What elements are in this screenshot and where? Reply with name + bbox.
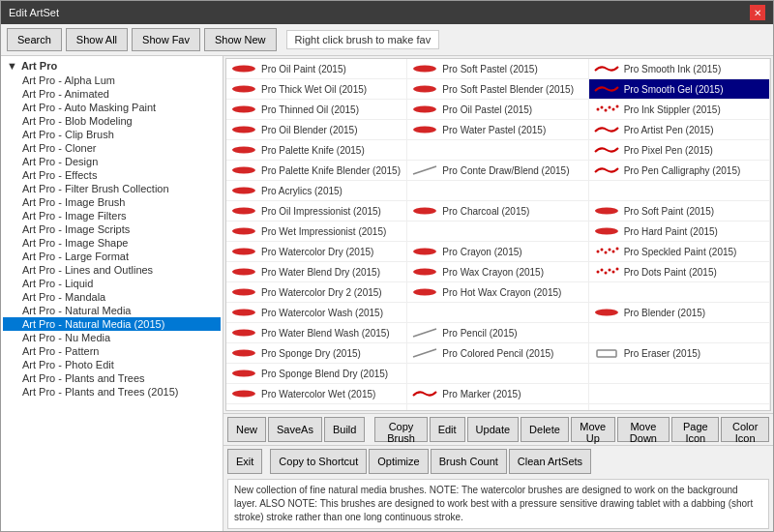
brush-cell-8-2[interactable]: Pro Hard Paint (2015) [589, 222, 770, 241]
svg-point-39 [413, 289, 436, 296]
brush-count-button[interactable]: Brush Count [431, 449, 507, 474]
clean-artsets-button[interactable]: Clean ArtSets [509, 449, 591, 474]
brush-cell-3-1[interactable]: Pro Water Pastel (2015) [407, 120, 588, 139]
brush-cell-10-0[interactable]: Pro Water Blend Dry (2015) [226, 262, 407, 281]
move-up-button[interactable]: Move Up [571, 417, 615, 442]
sidebar-item-9[interactable]: Art Pro - Image Brush [3, 195, 221, 209]
show-fav-button[interactable]: Show Fav [132, 28, 200, 51]
svg-point-19 [595, 208, 618, 215]
brush-cell-15-0[interactable]: Pro Sponge Blend Dry (2015) [226, 364, 407, 383]
brush-cell-0-0[interactable]: Pro Oil Paint (2015) [226, 59, 407, 78]
new-button[interactable]: New [227, 417, 266, 442]
sidebar-item-20[interactable]: Art Pro - Pattern [3, 344, 221, 358]
brush-cell-1-2[interactable]: Pro Smooth Gel (2015) [589, 79, 770, 99]
save-as-button[interactable]: SaveAs [268, 417, 322, 442]
brush-icon-15-0 [230, 367, 257, 380]
sidebar-item-8[interactable]: Art Pro - Filter Brush Collection [3, 182, 221, 195]
show-new-button[interactable]: Show New [204, 28, 277, 51]
brush-cell-1-0[interactable]: Pro Thick Wet Oil (2015) [226, 79, 407, 99]
brush-cell-11-0[interactable]: Pro Watercolor Dry 2 (2015) [226, 282, 407, 302]
delete-button[interactable]: Delete [521, 417, 569, 442]
svg-point-41 [595, 310, 618, 316]
brush-cell-7-1[interactable]: Pro Charcoal (2015) [407, 201, 588, 221]
brush-cell-11-1[interactable]: Pro Hot Wax Crayon (2015) [407, 282, 588, 302]
brush-label-1-1: Pro Soft Pastel Blender (2015) [442, 84, 574, 95]
brush-cell-8-0[interactable]: Pro Wet Impressionist (2015) [226, 222, 407, 241]
brush-cell-13-1[interactable]: Pro Pencil (2015) [407, 323, 588, 342]
build-button[interactable]: Build [324, 417, 365, 442]
brush-cell-14-0[interactable]: Pro Sponge Dry (2015) [226, 343, 407, 363]
brush-cell-9-1[interactable]: Pro Crayon (2015) [407, 242, 588, 261]
brush-cell-0-1[interactable]: Pro Soft Pastel (2015) [407, 59, 588, 78]
sidebar-item-22[interactable]: Art Pro - Plants and Trees [3, 371, 221, 385]
sidebar-item-11[interactable]: Art Pro - Image Scripts [3, 222, 221, 236]
brush-cell-13-0[interactable]: Pro Water Blend Wash (2015) [226, 323, 407, 342]
sidebar-item-5[interactable]: Art Pro - Cloner [3, 141, 221, 155]
sidebar-item-15[interactable]: Art Pro - Liquid [3, 277, 221, 290]
brush-cell-6-0[interactable]: Pro Acrylics (2015) [226, 181, 407, 200]
sidebar-item-17[interactable]: Art Pro - Natural Media [3, 304, 221, 317]
brush-icon-11-1 [411, 285, 438, 299]
brush-panel: Pro Oil Paint (2015)Pro Soft Pastel (201… [223, 56, 773, 531]
copy-to-shortcut-button[interactable]: Copy to Shortcut [270, 449, 367, 474]
sidebar-item-23[interactable]: Art Pro - Plants and Trees (2015) [3, 385, 221, 399]
sidebar-item-1[interactable]: Art Pro - Animated [3, 87, 221, 101]
brush-cell-9-0[interactable]: Pro Watercolor Dry (2015) [226, 242, 407, 261]
brush-cell-12-0[interactable]: Pro Watercolor Wash (2015) [226, 303, 407, 322]
brush-cell-2-0[interactable]: Pro Thinned Oil (2015) [226, 100, 407, 119]
brush-cell-1-1[interactable]: Pro Soft Pastel Blender (2015) [407, 79, 588, 99]
brush-cell-7-2[interactable]: Pro Soft Paint (2015) [589, 201, 770, 221]
brush-cell-10-1[interactable]: Pro Wax Crayon (2015) [407, 262, 588, 281]
sidebar-item-13[interactable]: Art Pro - Large Format [3, 250, 221, 263]
move-down-button[interactable]: Move Down [617, 417, 670, 442]
brush-cell-12-2[interactable]: Pro Blender (2015) [589, 303, 770, 322]
sidebar-item-0[interactable]: Art Pro - Alpha Lum [3, 74, 221, 87]
sidebar-item-10[interactable]: Art Pro - Image Filters [3, 209, 221, 222]
brush-cell-16-1[interactable]: Pro Marker (2015) [407, 384, 588, 403]
brush-cell-9-2[interactable]: Pro Speckled Paint (2015) [589, 242, 770, 261]
sidebar-item-19[interactable]: Art Pro - Nu Media [3, 331, 221, 344]
brush-cell-3-0[interactable]: Pro Oil Blender (2015) [226, 120, 407, 139]
sidebar-item-12[interactable]: Art Pro - Image Shape [3, 236, 221, 250]
sidebar-item-2[interactable]: Art Pro - Auto Masking Paint [3, 101, 221, 114]
edit-button[interactable]: Edit [430, 417, 465, 442]
brush-cell-4-0[interactable]: Pro Palette Knife (2015) [226, 140, 407, 160]
brush-cell-17-0[interactable]: Pro Water Blend Wet (2015) [226, 404, 407, 411]
brush-cell-5-0[interactable]: Pro Palette Knife Blender (2015) [226, 161, 407, 180]
sidebar: ▼ Art Pro Art Pro - Alpha LumArt Pro - A… [1, 56, 223, 531]
brush-cell-2-2[interactable]: Pro Ink Stippler (2015) [589, 100, 770, 119]
brush-cell-4-2[interactable]: Pro Pixel Pen (2015) [589, 140, 770, 160]
brush-cell-7-0[interactable]: Pro Oil Impressionist (2015) [226, 201, 407, 221]
brush-cell-12-1 [407, 303, 588, 322]
brush-cell-3-2[interactable]: Pro Artist Pen (2015) [589, 120, 770, 139]
brush-cell-2-1[interactable]: Pro Oil Pastel (2015) [407, 100, 588, 119]
sidebar-item-18[interactable]: Art Pro - Natural Media (2015) [3, 317, 221, 331]
sidebar-item-3[interactable]: Art Pro - Blob Modeling [3, 114, 221, 128]
sidebar-item-7[interactable]: Art Pro - Effects [3, 168, 221, 182]
page-icon-button[interactable]: Page Icon [671, 417, 719, 442]
show-all-button[interactable]: Show All [66, 28, 128, 51]
brush-cell-5-1[interactable]: Pro Conte Draw/Blend (2015) [407, 161, 588, 180]
update-button[interactable]: Update [467, 417, 519, 442]
brush-label-11-0: Pro Watercolor Dry 2 (2015) [261, 287, 382, 298]
color-icon-button[interactable]: Color Icon [721, 417, 769, 442]
brush-cell-5-2[interactable]: Pro Pen Calligraphy (2015) [589, 161, 770, 180]
brush-cell-16-0[interactable]: Pro Watercolor Wet (2015) [226, 384, 407, 403]
exit-button[interactable]: Exit [227, 449, 262, 474]
brush-cell-14-2[interactable]: Pro Eraser (2015) [589, 343, 770, 363]
close-button[interactable]: ✕ [750, 5, 765, 20]
copy-brush-button[interactable]: Copy Brush [374, 417, 427, 442]
brush-cell-14-1[interactable]: Pro Colored Pencil (2015) [407, 343, 588, 363]
sidebar-item-14[interactable]: Art Pro - Lines and Outlines [3, 263, 221, 277]
sidebar-item-6[interactable]: Art Pro - Design [3, 155, 221, 168]
brush-row-1: Pro Thick Wet Oil (2015)Pro Soft Pastel … [226, 79, 770, 100]
optimize-button[interactable]: Optimize [369, 449, 428, 474]
search-button[interactable]: Search [7, 28, 62, 51]
brush-cell-10-2[interactable]: Pro Dots Paint (2015) [589, 262, 770, 281]
brush-icon-1-1 [411, 82, 438, 96]
sidebar-item-16[interactable]: Art Pro - Mandala [3, 290, 221, 304]
all-bottom: New SaveAs Build Copy Brush Edit Update … [223, 413, 773, 531]
sidebar-item-21[interactable]: Art Pro - Photo Edit [3, 358, 221, 371]
brush-cell-0-2[interactable]: Pro Smooth Ink (2015) [589, 59, 770, 78]
sidebar-item-4[interactable]: Art Pro - Clip Brush [3, 128, 221, 141]
